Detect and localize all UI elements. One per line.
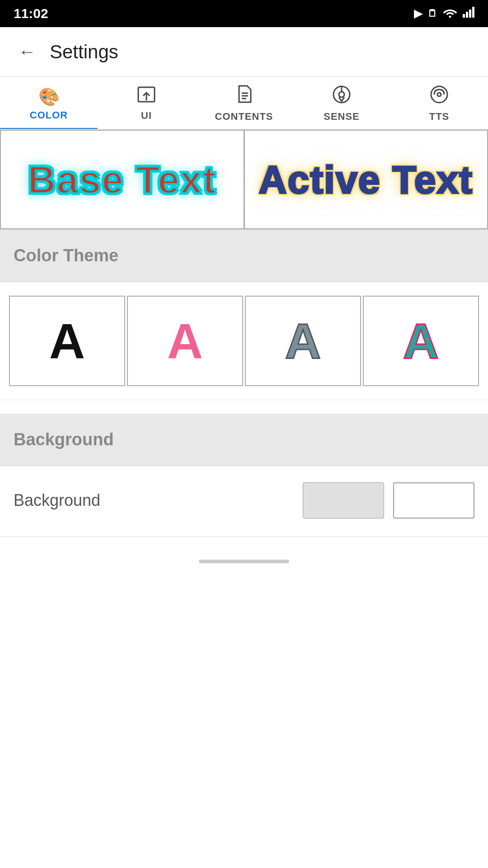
page-title: Settings (50, 41, 118, 63)
background-label: Background (14, 491, 100, 510)
status-time: 11:02 (14, 6, 48, 21)
tab-color-label: COLOR (30, 109, 68, 121)
copy-icon: 🗒 (427, 8, 437, 19)
svg-point-13 (431, 86, 447, 103)
wifi-icon (443, 6, 457, 21)
background-btn-2[interactable] (393, 482, 474, 519)
tab-sense[interactable]: SENSE (293, 77, 390, 129)
base-text-preview[interactable]: Base Text (0, 130, 244, 229)
svg-rect-1 (463, 14, 465, 18)
tab-tts[interactable]: TTS (390, 77, 488, 129)
theme-a-teal: A (403, 316, 439, 366)
svg-rect-2 (466, 12, 468, 18)
color-theme-title: Color Theme (14, 246, 118, 265)
theme-option-black[interactable]: A (9, 296, 125, 386)
svg-point-11 (339, 92, 344, 97)
theme-option-teal[interactable]: A (363, 296, 479, 386)
tab-ui[interactable]: UI (98, 77, 195, 129)
tab-ui-label: UI (141, 110, 152, 122)
svg-rect-3 (469, 9, 471, 18)
background-section: Background Background (0, 414, 488, 537)
svg-point-0 (449, 16, 451, 18)
ui-tab-icon (137, 86, 156, 107)
background-btn-1[interactable] (303, 482, 384, 519)
theme-option-grey[interactable]: A (245, 296, 361, 386)
tab-contents[interactable]: CONTENTS (195, 77, 293, 129)
color-theme-section-header: Color Theme (0, 230, 488, 282)
theme-a-pink: A (167, 316, 203, 366)
background-title: Background (14, 430, 114, 449)
app-bar: ← Settings (0, 27, 488, 77)
tab-sense-label: SENSE (324, 111, 360, 123)
svg-rect-4 (472, 7, 474, 18)
back-button[interactable]: ← (14, 37, 41, 66)
active-text-display: Active Text (259, 157, 473, 202)
background-buttons (303, 482, 474, 519)
background-section-header: Background (0, 414, 488, 466)
status-bar: 11:02 ▶ 🗒 (0, 0, 488, 27)
scroll-indicator (199, 560, 289, 563)
sense-tab-icon (332, 85, 351, 108)
preview-row: Base Text Active Text (0, 130, 488, 230)
tts-tab-icon (430, 85, 449, 108)
play-icon: ▶ (414, 7, 422, 20)
base-text-display: Base Text (28, 157, 216, 202)
color-tab-icon: 🎨 (38, 87, 60, 107)
contents-tab-icon (235, 85, 253, 108)
theme-option-pink[interactable]: A (127, 296, 243, 386)
tab-color[interactable]: 🎨 COLOR (0, 77, 98, 129)
background-row: Background (0, 466, 488, 537)
active-text-preview[interactable]: Active Text (244, 130, 488, 229)
svg-point-14 (437, 93, 441, 96)
signal-icon (463, 6, 474, 21)
theme-a-grey: A (285, 316, 321, 366)
tab-bar: 🎨 COLOR UI CONTENTS (0, 77, 488, 130)
tab-contents-label: CONTENTS (215, 111, 273, 123)
tab-tts-label: TTS (429, 111, 450, 123)
theme-a-black: A (49, 316, 85, 366)
theme-picker: A A A A (0, 282, 488, 400)
status-icons: ▶ 🗒 (414, 6, 474, 21)
